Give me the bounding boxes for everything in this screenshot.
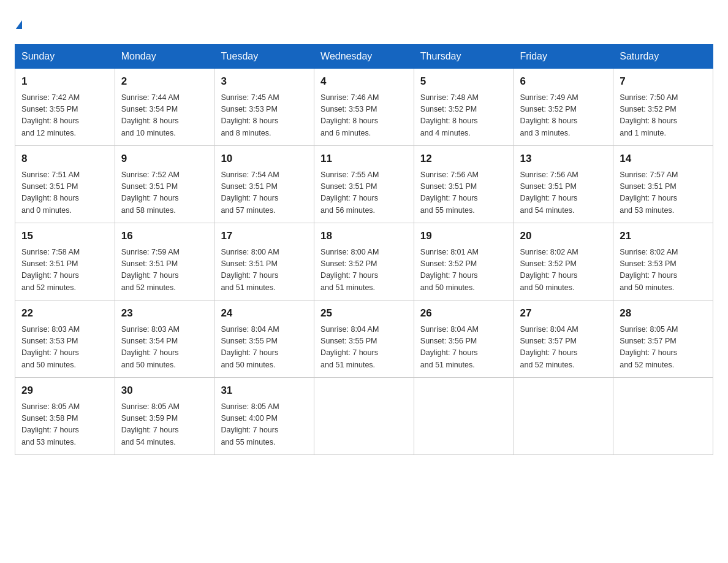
weekday-header-thursday: Thursday bbox=[414, 45, 514, 69]
day-number: 15 bbox=[21, 228, 108, 244]
calendar-cell: 8Sunrise: 7:51 AMSunset: 3:51 PMDaylight… bbox=[15, 146, 115, 223]
day-info: Sunrise: 7:49 AMSunset: 3:52 PMDaylight:… bbox=[520, 92, 607, 140]
day-number: 6 bbox=[520, 74, 607, 90]
day-info: Sunrise: 7:55 AMSunset: 3:51 PMDaylight:… bbox=[320, 169, 408, 217]
day-number: 1 bbox=[21, 74, 108, 90]
day-info: Sunrise: 8:04 AMSunset: 3:57 PMDaylight:… bbox=[520, 324, 607, 372]
calendar-cell: 31Sunrise: 8:05 AMSunset: 4:00 PMDayligh… bbox=[214, 378, 314, 455]
day-number: 4 bbox=[320, 74, 408, 90]
day-number: 21 bbox=[620, 228, 707, 244]
calendar-cell: 29Sunrise: 8:05 AMSunset: 3:58 PMDayligh… bbox=[15, 378, 115, 455]
calendar-cell: 27Sunrise: 8:04 AMSunset: 3:57 PMDayligh… bbox=[514, 301, 613, 378]
calendar-week-row: 15Sunrise: 7:58 AMSunset: 3:51 PMDayligh… bbox=[15, 223, 713, 301]
calendar-cell: 10Sunrise: 7:54 AMSunset: 3:51 PMDayligh… bbox=[214, 146, 314, 223]
weekday-header-wednesday: Wednesday bbox=[314, 45, 414, 69]
day-info: Sunrise: 7:50 AMSunset: 3:52 PMDaylight:… bbox=[620, 92, 707, 140]
day-number: 16 bbox=[121, 228, 208, 244]
calendar-cell: 17Sunrise: 8:00 AMSunset: 3:51 PMDayligh… bbox=[214, 223, 314, 301]
day-info: Sunrise: 8:05 AMSunset: 3:59 PMDaylight:… bbox=[121, 401, 208, 449]
day-info: Sunrise: 7:54 AMSunset: 3:51 PMDaylight:… bbox=[221, 169, 308, 217]
day-number: 13 bbox=[520, 151, 607, 167]
calendar-cell: 20Sunrise: 8:02 AMSunset: 3:52 PMDayligh… bbox=[514, 223, 613, 301]
calendar-cell bbox=[314, 378, 414, 455]
day-info: Sunrise: 7:56 AMSunset: 3:51 PMDaylight:… bbox=[420, 169, 507, 217]
day-info: Sunrise: 8:04 AMSunset: 3:56 PMDaylight:… bbox=[420, 324, 507, 372]
calendar-cell: 28Sunrise: 8:05 AMSunset: 3:57 PMDayligh… bbox=[613, 301, 713, 378]
day-number: 27 bbox=[520, 305, 607, 321]
calendar-cell: 4Sunrise: 7:46 AMSunset: 3:53 PMDaylight… bbox=[314, 69, 414, 146]
day-info: Sunrise: 7:48 AMSunset: 3:52 PMDaylight:… bbox=[420, 92, 507, 140]
day-number: 20 bbox=[520, 228, 607, 244]
calendar-week-row: 8Sunrise: 7:51 AMSunset: 3:51 PMDaylight… bbox=[15, 146, 713, 223]
calendar-cell: 24Sunrise: 8:04 AMSunset: 3:55 PMDayligh… bbox=[214, 301, 314, 378]
weekday-header-sunday: Sunday bbox=[15, 45, 115, 69]
calendar-cell: 18Sunrise: 8:00 AMSunset: 3:52 PMDayligh… bbox=[314, 223, 414, 301]
calendar-cell: 7Sunrise: 7:50 AMSunset: 3:52 PMDaylight… bbox=[613, 69, 713, 146]
weekday-header-friday: Friday bbox=[514, 45, 613, 69]
day-number: 24 bbox=[221, 305, 308, 321]
day-number: 30 bbox=[121, 383, 208, 399]
day-number: 2 bbox=[121, 74, 208, 90]
day-number: 5 bbox=[420, 74, 507, 90]
day-info: Sunrise: 8:03 AMSunset: 3:54 PMDaylight:… bbox=[121, 324, 208, 372]
logo bbox=[15, 15, 22, 32]
calendar-cell bbox=[414, 378, 514, 455]
logo-triangle-icon bbox=[16, 20, 22, 29]
calendar-cell: 25Sunrise: 8:04 AMSunset: 3:55 PMDayligh… bbox=[314, 301, 414, 378]
calendar-week-row: 29Sunrise: 8:05 AMSunset: 3:58 PMDayligh… bbox=[15, 378, 713, 455]
day-info: Sunrise: 8:05 AMSunset: 3:58 PMDaylight:… bbox=[21, 401, 108, 449]
day-info: Sunrise: 8:05 AMSunset: 3:57 PMDaylight:… bbox=[620, 324, 707, 372]
day-number: 18 bbox=[320, 228, 408, 244]
day-number: 8 bbox=[21, 151, 108, 167]
day-info: Sunrise: 8:02 AMSunset: 3:53 PMDaylight:… bbox=[620, 247, 707, 294]
day-number: 12 bbox=[420, 151, 507, 167]
calendar-cell: 16Sunrise: 7:59 AMSunset: 3:51 PMDayligh… bbox=[115, 223, 214, 301]
day-info: Sunrise: 8:05 AMSunset: 4:00 PMDaylight:… bbox=[221, 401, 308, 449]
calendar-cell: 21Sunrise: 8:02 AMSunset: 3:53 PMDayligh… bbox=[613, 223, 713, 301]
day-number: 29 bbox=[21, 383, 108, 399]
calendar-week-row: 1Sunrise: 7:42 AMSunset: 3:55 PMDaylight… bbox=[15, 69, 713, 146]
day-number: 11 bbox=[320, 151, 408, 167]
calendar-cell: 22Sunrise: 8:03 AMSunset: 3:53 PMDayligh… bbox=[15, 301, 115, 378]
day-info: Sunrise: 8:04 AMSunset: 3:55 PMDaylight:… bbox=[221, 324, 308, 372]
calendar-cell: 2Sunrise: 7:44 AMSunset: 3:54 PMDaylight… bbox=[115, 69, 214, 146]
day-info: Sunrise: 7:57 AMSunset: 3:51 PMDaylight:… bbox=[620, 169, 707, 217]
day-number: 3 bbox=[221, 74, 308, 90]
calendar-cell: 9Sunrise: 7:52 AMSunset: 3:51 PMDaylight… bbox=[115, 146, 214, 223]
day-info: Sunrise: 8:04 AMSunset: 3:55 PMDaylight:… bbox=[320, 324, 408, 372]
day-info: Sunrise: 7:59 AMSunset: 3:51 PMDaylight:… bbox=[121, 247, 208, 294]
day-info: Sunrise: 7:42 AMSunset: 3:55 PMDaylight:… bbox=[21, 92, 108, 140]
weekday-header-row: SundayMondayTuesdayWednesdayThursdayFrid… bbox=[15, 45, 713, 69]
calendar-cell: 6Sunrise: 7:49 AMSunset: 3:52 PMDaylight… bbox=[514, 69, 613, 146]
calendar-cell: 13Sunrise: 7:56 AMSunset: 3:51 PMDayligh… bbox=[514, 146, 613, 223]
day-number: 22 bbox=[21, 305, 108, 321]
day-info: Sunrise: 8:01 AMSunset: 3:52 PMDaylight:… bbox=[420, 247, 507, 294]
calendar-cell: 3Sunrise: 7:45 AMSunset: 3:53 PMDaylight… bbox=[214, 69, 314, 146]
day-number: 23 bbox=[121, 305, 208, 321]
calendar-cell: 26Sunrise: 8:04 AMSunset: 3:56 PMDayligh… bbox=[414, 301, 514, 378]
calendar-cell: 23Sunrise: 8:03 AMSunset: 3:54 PMDayligh… bbox=[115, 301, 214, 378]
calendar-cell: 11Sunrise: 7:55 AMSunset: 3:51 PMDayligh… bbox=[314, 146, 414, 223]
day-info: Sunrise: 8:02 AMSunset: 3:52 PMDaylight:… bbox=[520, 247, 607, 294]
calendar-cell bbox=[613, 378, 713, 455]
logo-text bbox=[15, 15, 22, 32]
weekday-header-saturday: Saturday bbox=[613, 45, 713, 69]
calendar-cell bbox=[514, 378, 613, 455]
day-info: Sunrise: 8:00 AMSunset: 3:52 PMDaylight:… bbox=[320, 247, 408, 294]
day-number: 26 bbox=[420, 305, 507, 321]
calendar-cell: 30Sunrise: 8:05 AMSunset: 3:59 PMDayligh… bbox=[115, 378, 214, 455]
day-info: Sunrise: 7:45 AMSunset: 3:53 PMDaylight:… bbox=[221, 92, 308, 140]
day-number: 25 bbox=[320, 305, 408, 321]
day-number: 14 bbox=[620, 151, 707, 167]
day-number: 7 bbox=[620, 74, 707, 90]
day-info: Sunrise: 7:56 AMSunset: 3:51 PMDaylight:… bbox=[520, 169, 607, 217]
day-info: Sunrise: 7:44 AMSunset: 3:54 PMDaylight:… bbox=[121, 92, 208, 140]
calendar-cell: 15Sunrise: 7:58 AMSunset: 3:51 PMDayligh… bbox=[15, 223, 115, 301]
calendar-cell: 19Sunrise: 8:01 AMSunset: 3:52 PMDayligh… bbox=[414, 223, 514, 301]
day-info: Sunrise: 7:58 AMSunset: 3:51 PMDaylight:… bbox=[21, 247, 108, 294]
day-info: Sunrise: 8:03 AMSunset: 3:53 PMDaylight:… bbox=[21, 324, 108, 372]
calendar-table: SundayMondayTuesdayWednesdayThursdayFrid… bbox=[15, 44, 713, 455]
day-number: 17 bbox=[221, 228, 308, 244]
weekday-header-tuesday: Tuesday bbox=[214, 45, 314, 69]
page-header bbox=[15, 15, 713, 32]
